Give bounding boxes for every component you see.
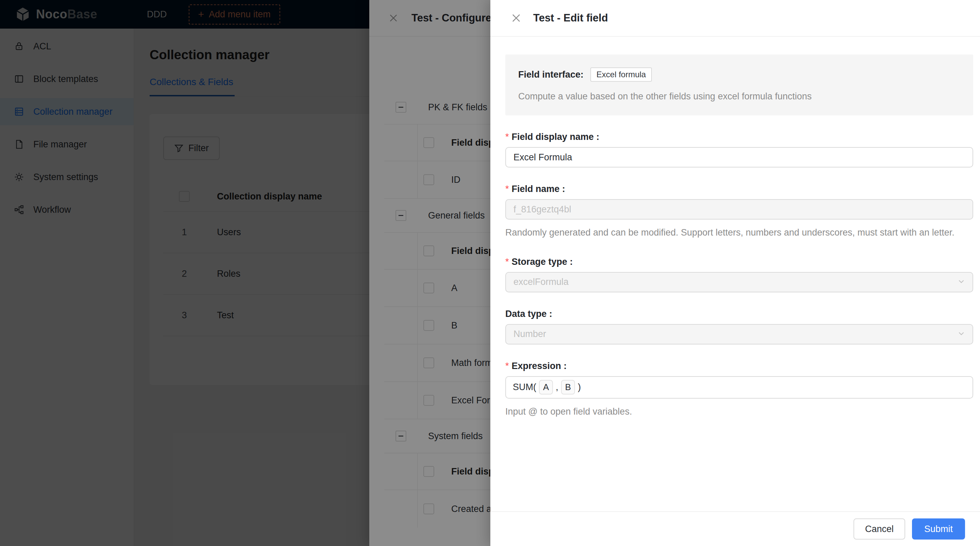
required-asterisk: * [505, 184, 509, 194]
required-asterisk: * [505, 257, 509, 267]
field-name-input [505, 199, 973, 220]
field-name-label: Field name : [512, 184, 565, 194]
expression-text: SUM( [513, 382, 536, 393]
close-icon[interactable] [511, 13, 521, 23]
cancel-button[interactable]: Cancel [853, 519, 905, 540]
submit-button[interactable]: Submit [912, 519, 965, 540]
data-type-value: Number [514, 329, 546, 339]
field-display-name-label: Field display name : [512, 132, 600, 142]
drawer-title: Test - Edit field [533, 12, 608, 24]
field-display-name-input[interactable] [505, 147, 973, 168]
field-interface-panel: Field interface: Excel formula Compute a… [505, 54, 973, 115]
form-item-storage-type: *Storage type : excelFormula [505, 257, 973, 292]
field-interface-label: Field interface: [518, 69, 584, 80]
field-interface-tag: Excel formula [590, 67, 652, 82]
data-type-label: Data type : [505, 309, 552, 319]
chevron-down-icon [958, 330, 965, 339]
form-item-field-display-name: *Field display name : [505, 132, 973, 168]
edit-field-drawer: Test - Edit field Field interface: Excel… [490, 0, 980, 546]
expression-variable-chip: A [539, 380, 553, 394]
storage-type-value: excelFormula [514, 277, 568, 287]
expression-help-text: Input @ to open field variables. [505, 404, 973, 419]
expression-editor[interactable]: SUM( A , B ) [505, 376, 973, 399]
storage-type-label: Storage type : [512, 257, 573, 267]
form-item-field-name: *Field name : Randomly generated and can… [505, 184, 973, 240]
form-item-expression: *Expression : SUM( A , B ) Input @ to op… [505, 361, 973, 419]
chevron-down-icon [958, 278, 965, 287]
edit-field-form: Field interface: Excel formula Compute a… [490, 37, 980, 511]
expression-text: , [556, 382, 558, 393]
required-asterisk: * [505, 361, 509, 371]
field-name-help-text: Randomly generated and can be modified. … [505, 225, 973, 240]
expression-text: ) [578, 382, 581, 393]
storage-type-select: excelFormula [505, 272, 973, 292]
expression-variable-chip: B [561, 380, 575, 394]
expression-label: Expression : [512, 361, 567, 371]
drawer-header: Test - Edit field [490, 0, 980, 37]
field-interface-description: Compute a value based on the other field… [518, 91, 960, 102]
data-type-select: Number [505, 324, 973, 345]
required-asterisk: * [505, 132, 509, 142]
drawer-footer: Cancel Submit [490, 511, 980, 546]
form-item-data-type: Data type : Number [505, 309, 973, 345]
